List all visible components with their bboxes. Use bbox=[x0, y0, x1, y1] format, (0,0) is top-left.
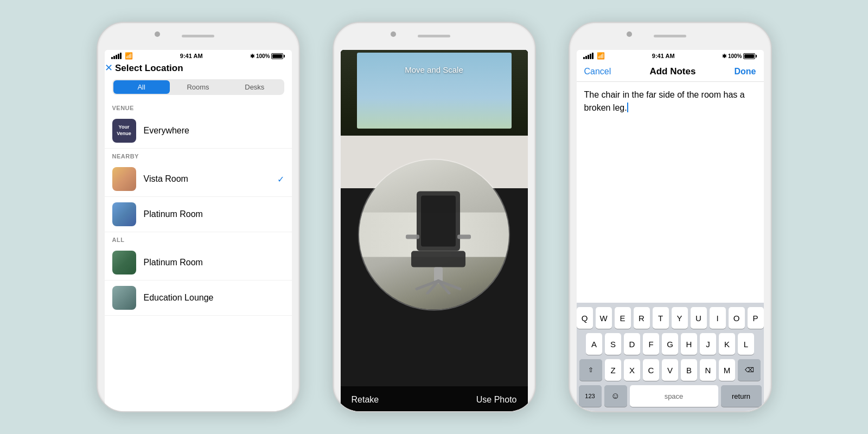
status-signal-3: 📶 bbox=[583, 52, 605, 60]
key-shift[interactable]: ⇧ bbox=[579, 359, 602, 381]
battery-label-1: 100% bbox=[256, 53, 270, 59]
phone-1: 📶 9:41 AM ✱ 100% ✕ Select Location All R… bbox=[97, 22, 300, 412]
status-signal: 📶 bbox=[111, 52, 133, 60]
battery-label-3: 100% bbox=[728, 53, 742, 59]
key-f[interactable]: F bbox=[643, 333, 659, 355]
location-item-education[interactable]: Education Lounge bbox=[105, 280, 292, 316]
key-z[interactable]: Z bbox=[605, 359, 621, 381]
platinum-nearby-thumb bbox=[112, 202, 136, 226]
camera-label: Move and Scale bbox=[405, 65, 463, 74]
svg-rect-2 bbox=[406, 235, 419, 239]
segment-rooms[interactable]: Rooms bbox=[170, 80, 226, 94]
key-x[interactable]: X bbox=[624, 359, 640, 381]
key-q[interactable]: Q bbox=[577, 307, 593, 329]
key-a[interactable]: A bbox=[586, 333, 602, 355]
key-w[interactable]: W bbox=[596, 307, 612, 329]
key-r[interactable]: R bbox=[634, 307, 650, 329]
circle-viewport[interactable] bbox=[358, 159, 510, 311]
key-m[interactable]: M bbox=[719, 359, 735, 381]
location-item-everywhere[interactable]: YourVenue Everywhere bbox=[105, 113, 292, 149]
key-k[interactable]: K bbox=[719, 333, 735, 355]
nav-bar-1: ✕ Select Location bbox=[105, 62, 292, 74]
phone-1-camera bbox=[155, 31, 160, 37]
status-time-3: 9:41 AM bbox=[652, 53, 675, 59]
phone-3-camera bbox=[627, 31, 632, 37]
key-d[interactable]: D bbox=[624, 333, 640, 355]
location-item-platinum-nearby[interactable]: Platinum Room bbox=[105, 197, 292, 232]
location-item-vista[interactable]: Vista Room ✓ bbox=[105, 162, 292, 197]
section-all-label: ALL bbox=[105, 232, 292, 245]
status-bar-1: 📶 9:41 AM ✱ 100% bbox=[105, 50, 292, 62]
education-thumb bbox=[112, 286, 136, 310]
key-c[interactable]: C bbox=[643, 359, 659, 381]
platinum-nearby-name: Platinum Room bbox=[144, 209, 284, 219]
key-b[interactable]: B bbox=[681, 359, 697, 381]
status-time-1: 9:41 AM bbox=[180, 53, 203, 59]
venue-thumb: YourVenue bbox=[112, 119, 136, 143]
wifi-icon: 📶 bbox=[125, 52, 133, 60]
keyboard-row-3: ⇧ Z X C V B N M ⌫ bbox=[579, 359, 762, 381]
platinum-all-thumb bbox=[112, 251, 136, 275]
section-nearby-label: NEARBY bbox=[105, 149, 292, 162]
cancel-button[interactable]: Cancel bbox=[584, 67, 611, 76]
key-delete[interactable]: ⌫ bbox=[738, 359, 761, 381]
status-battery-1: ✱ 100% bbox=[250, 53, 285, 59]
key-g[interactable]: G bbox=[662, 333, 678, 355]
done-button[interactable]: Done bbox=[735, 67, 756, 76]
location-item-platinum-all[interactable]: Platinum Room bbox=[105, 245, 292, 280]
key-n[interactable]: N bbox=[700, 359, 716, 381]
chair-svg bbox=[395, 186, 482, 295]
keyboard-row-4: 123 ☺ space return bbox=[579, 385, 762, 407]
keyboard-row-1: Q W E R T Y U I O P bbox=[579, 307, 762, 329]
key-v[interactable]: V bbox=[662, 359, 678, 381]
note-text: The chair in the far side of the room ha… bbox=[584, 90, 745, 112]
platinum-all-name: Platinum Room bbox=[144, 258, 284, 267]
nav-title-1: Select Location bbox=[115, 63, 183, 73]
key-space[interactable]: space bbox=[630, 385, 718, 407]
key-i[interactable]: I bbox=[710, 307, 726, 329]
phone-3-screen: 📶 9:41 AM ✱ 100% Cancel Add Notes Done T… bbox=[577, 50, 764, 412]
svg-rect-1 bbox=[421, 196, 456, 247]
nav-title-3: Add Notes bbox=[649, 66, 695, 77]
key-l[interactable]: L bbox=[738, 333, 754, 355]
camera-bg: Move and Scale bbox=[341, 50, 528, 412]
key-123[interactable]: 123 bbox=[579, 385, 602, 407]
bluetooth-icon: ✱ bbox=[250, 53, 254, 59]
camera-bottom-bar: Retake Use Photo bbox=[341, 386, 528, 412]
key-e[interactable]: E bbox=[615, 307, 631, 329]
key-u[interactable]: U bbox=[691, 307, 707, 329]
education-name: Education Lounge bbox=[144, 293, 284, 303]
vista-thumb bbox=[112, 167, 136, 191]
key-p[interactable]: P bbox=[748, 307, 764, 329]
window-view bbox=[357, 53, 512, 129]
check-icon: ✓ bbox=[277, 174, 284, 184]
notes-area[interactable]: The chair in the far side of the room ha… bbox=[577, 82, 764, 303]
keyboard: Q W E R T Y U I O P A S D F G H J K L bbox=[577, 303, 764, 412]
segment-all[interactable]: All bbox=[113, 80, 170, 94]
segment-control: All Rooms Desks bbox=[112, 79, 284, 95]
phone-2: Move and Scale bbox=[333, 22, 536, 412]
nav-bar-3: Cancel Add Notes Done bbox=[577, 62, 764, 82]
wifi-icon-3: 📶 bbox=[597, 52, 605, 60]
status-bar-3: 📶 9:41 AM ✱ 100% bbox=[577, 50, 764, 62]
text-cursor bbox=[627, 103, 628, 112]
svg-rect-3 bbox=[457, 235, 471, 239]
close-button[interactable]: ✕ bbox=[105, 62, 113, 73]
key-y[interactable]: Y bbox=[672, 307, 688, 329]
key-s[interactable]: S bbox=[605, 333, 621, 355]
vista-name: Vista Room bbox=[144, 174, 277, 184]
retake-button[interactable]: Retake bbox=[352, 395, 379, 405]
key-t[interactable]: T bbox=[653, 307, 669, 329]
segment-desks[interactable]: Desks bbox=[226, 80, 283, 94]
key-o[interactable]: O bbox=[729, 307, 745, 329]
svg-rect-4 bbox=[411, 251, 465, 267]
key-emoji[interactable]: ☺ bbox=[604, 385, 627, 407]
venue-name: Everywhere bbox=[144, 126, 284, 136]
key-h[interactable]: H bbox=[681, 333, 697, 355]
status-battery-3: ✱ 100% bbox=[722, 53, 757, 59]
key-j[interactable]: J bbox=[700, 333, 716, 355]
phone-3: 📶 9:41 AM ✱ 100% Cancel Add Notes Done T… bbox=[569, 22, 772, 412]
key-return[interactable]: return bbox=[721, 385, 762, 407]
use-photo-button[interactable]: Use Photo bbox=[476, 395, 517, 405]
bluetooth-icon-3: ✱ bbox=[722, 53, 726, 59]
